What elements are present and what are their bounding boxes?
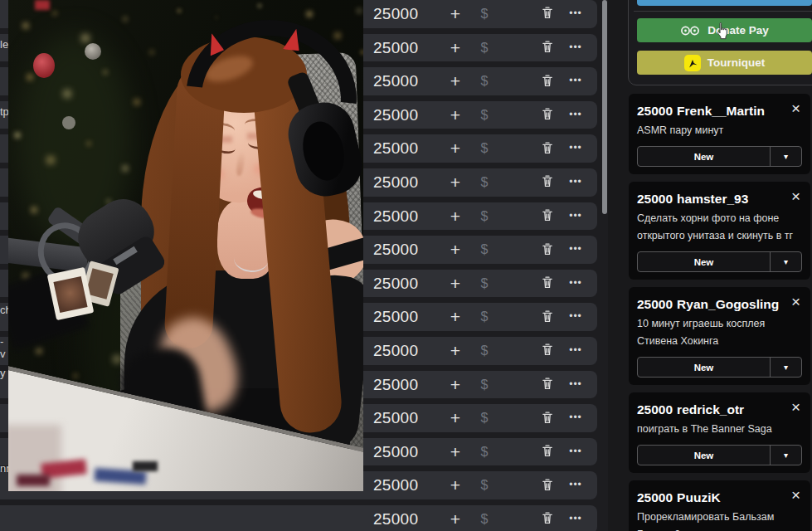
delete-row-button[interactable] <box>538 371 557 399</box>
increase-amount-button[interactable]: + <box>445 337 466 365</box>
close-button[interactable]: × <box>790 190 802 203</box>
status-dropdown-button[interactable]: ▾ <box>770 358 801 377</box>
currency-button[interactable]: $ <box>476 371 493 399</box>
increase-amount-button[interactable]: + <box>445 303 466 331</box>
increase-amount-button[interactable]: + <box>445 505 466 531</box>
list-scrollbar[interactable] <box>602 0 607 214</box>
currency-button[interactable]: $ <box>476 337 493 365</box>
increase-amount-button[interactable]: + <box>445 34 466 62</box>
more-options-button[interactable]: ••• <box>562 270 589 298</box>
increase-amount-button[interactable]: + <box>445 471 466 499</box>
currency-button[interactable]: $ <box>476 438 493 466</box>
increase-amount-button[interactable]: + <box>445 371 466 399</box>
amount-value: 25000 <box>373 303 418 331</box>
increase-amount-button[interactable]: + <box>445 270 466 298</box>
edge-fragments: letpch-vynn <box>0 0 8 531</box>
donation-username: Frenk__Martin <box>677 104 765 119</box>
increase-amount-button[interactable]: + <box>445 404 466 432</box>
trash-icon <box>541 107 554 121</box>
more-options-button[interactable]: ••• <box>562 471 589 499</box>
more-options-button[interactable]: ••• <box>562 236 589 264</box>
delete-row-button[interactable] <box>538 34 557 62</box>
donation-card: 25000 hamster_93 × Сделать хорни фото на… <box>629 182 810 280</box>
delete-row-button[interactable] <box>538 404 557 432</box>
increase-amount-button[interactable]: + <box>445 236 466 264</box>
more-options-button[interactable]: ••• <box>562 34 589 62</box>
donation-card: 25000 redrick_otr × поиграть в The Banne… <box>629 392 810 473</box>
increase-amount-button[interactable]: + <box>445 202 466 231</box>
currency-button[interactable]: $ <box>476 202 493 231</box>
more-options-button[interactable]: ••• <box>562 134 589 163</box>
close-button[interactable]: × <box>790 102 802 115</box>
more-options-button[interactable]: ••• <box>562 202 589 231</box>
status-new-button[interactable]: New <box>638 446 770 465</box>
more-options-button[interactable]: ••• <box>562 505 589 531</box>
delete-row-button[interactable] <box>538 471 557 499</box>
currency-button[interactable]: $ <box>476 34 493 62</box>
delete-row-button[interactable] <box>538 505 557 531</box>
increase-amount-button[interactable]: + <box>445 101 466 129</box>
status-new-button[interactable]: New <box>638 358 770 377</box>
paint-smear <box>17 475 50 486</box>
more-options-button[interactable]: ••• <box>562 168 589 197</box>
more-options-button[interactable]: ••• <box>562 0 589 28</box>
increase-amount-button[interactable]: + <box>445 134 466 163</box>
donation-description: поиграть в The Banner Saga <box>637 421 802 438</box>
more-options-button[interactable]: ••• <box>562 67 589 95</box>
more-options-button[interactable]: ••• <box>562 404 589 432</box>
silver-ornament <box>62 116 75 129</box>
amount-value: 25000 <box>373 438 418 466</box>
status-dropdown-button[interactable]: ▾ <box>770 252 801 271</box>
delete-row-button[interactable] <box>538 67 557 95</box>
increase-amount-button[interactable]: + <box>445 67 466 95</box>
currency-button[interactable]: $ <box>476 0 493 28</box>
status-dropdown-button[interactable]: ▾ <box>770 147 801 166</box>
delete-row-button[interactable] <box>538 168 557 197</box>
delete-row-button[interactable] <box>538 0 557 28</box>
tourniquet-button[interactable]: Tourniquet <box>637 51 812 75</box>
more-options-button[interactable]: ••• <box>562 371 589 399</box>
more-options-button[interactable]: ••• <box>562 337 589 365</box>
close-button[interactable]: × <box>790 295 802 309</box>
trash-icon <box>541 275 554 290</box>
status-new-button[interactable]: New <box>638 147 770 166</box>
silver-ornament <box>85 43 101 60</box>
more-options-button[interactable]: ••• <box>562 438 589 466</box>
currency-button[interactable]: $ <box>476 67 493 95</box>
donation-card-header: 25000 PuuziK × <box>637 489 802 505</box>
close-button[interactable]: × <box>790 401 802 414</box>
donation-description: Сделать хорни фото на фоне открытого уни… <box>637 210 802 245</box>
delete-row-button[interactable] <box>538 270 557 298</box>
currency-button[interactable]: $ <box>476 505 493 531</box>
delete-row-button[interactable] <box>538 236 557 264</box>
increase-amount-button[interactable]: + <box>445 438 466 466</box>
currency-button[interactable]: $ <box>476 303 493 331</box>
currency-button[interactable]: $ <box>476 471 493 499</box>
more-options-button[interactable]: ••• <box>562 101 589 129</box>
currency-button[interactable]: $ <box>476 270 493 298</box>
partial-top-button[interactable] <box>637 0 812 6</box>
delete-row-button[interactable] <box>538 303 557 331</box>
currency-button[interactable]: $ <box>476 134 493 163</box>
donation-card-header: 25000 hamster_93 × <box>637 190 802 207</box>
close-button[interactable]: × <box>790 489 802 502</box>
donation-title: 25000 redrick_otr <box>637 402 744 417</box>
delete-row-button[interactable] <box>538 202 557 231</box>
delete-row-button[interactable] <box>538 438 557 466</box>
currency-button[interactable]: $ <box>476 404 493 432</box>
delete-row-button[interactable] <box>538 337 557 365</box>
status-split-button: New ▾ <box>637 357 802 378</box>
more-options-button[interactable]: ••• <box>562 303 589 331</box>
currency-button[interactable]: $ <box>476 168 493 197</box>
currency-button[interactable]: $ <box>476 236 493 264</box>
increase-amount-button[interactable]: + <box>445 168 466 197</box>
donation-cards-list: 25000 Frenk__Martin × ASMR пару минут Ne… <box>629 94 810 531</box>
currency-button[interactable]: $ <box>476 101 493 129</box>
delete-row-button[interactable] <box>538 134 557 163</box>
increase-amount-button[interactable]: + <box>445 0 466 28</box>
delete-row-button[interactable] <box>538 101 557 129</box>
paint-smear <box>133 461 158 471</box>
donation-title: 25000 Ryan_Gogosling <box>637 297 779 312</box>
status-new-button[interactable]: New <box>638 252 770 271</box>
status-dropdown-button[interactable]: ▾ <box>770 446 801 465</box>
